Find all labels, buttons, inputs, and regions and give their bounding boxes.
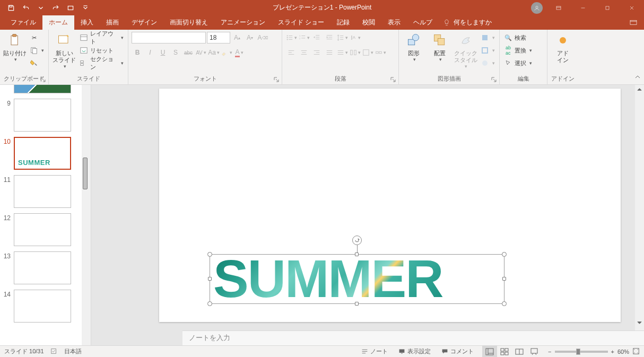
clipboard-launcher[interactable] (40, 77, 46, 83)
decrease-font-button[interactable]: A▾ (244, 32, 256, 43)
scroll-up[interactable] (635, 85, 644, 94)
zoom-slider-thumb[interactable] (576, 349, 580, 355)
font-size-input[interactable] (207, 32, 230, 43)
numbering-button[interactable]: 12▾ (298, 32, 310, 43)
reading-view-button[interactable] (512, 346, 527, 358)
thumb-row[interactable]: 11 (0, 173, 91, 211)
resize-handle-t[interactable] (355, 252, 359, 256)
thumb-row[interactable]: 14 (0, 288, 91, 326)
tab-animations[interactable]: アニメーション (214, 15, 272, 30)
slide-canvas-area[interactable]: SUMMER ノートを入力 (91, 85, 644, 345)
bullets-button[interactable]: ▾ (285, 32, 297, 43)
layout-button[interactable]: レイアウト▾ (79, 32, 125, 43)
language-indicator[interactable]: 日本語 (64, 347, 82, 355)
qat-dropdown[interactable] (79, 2, 92, 14)
align-left-button[interactable] (285, 47, 297, 58)
thumb-scroll-handle[interactable] (83, 158, 88, 189)
highlight-button[interactable]: ▾ (221, 47, 232, 58)
text-frame-selected[interactable]: SUMMER (210, 254, 504, 304)
tab-design[interactable]: デザイン (125, 15, 163, 30)
shape-effects-button[interactable]: ▾ (480, 57, 496, 69)
thumb-row[interactable]: 13 (0, 249, 91, 288)
slide-canvas[interactable]: SUMMER (159, 89, 621, 322)
paragraph-launcher[interactable] (390, 77, 396, 83)
resize-handle-br[interactable] (502, 301, 507, 306)
bold-button[interactable]: B (132, 47, 143, 58)
resize-handle-r[interactable] (502, 277, 506, 281)
collapse-ribbon-button[interactable] (634, 73, 641, 82)
thumb-scrollbar[interactable] (82, 85, 91, 345)
minimize-button[interactable] (571, 0, 595, 15)
slideshow-view-button[interactable] (527, 346, 542, 358)
align-text-button[interactable]: ▾ (362, 47, 373, 58)
resize-handle-l[interactable] (208, 277, 212, 281)
distributed-button[interactable]: ▾ (336, 47, 348, 58)
thumbnail-pane[interactable]: 91011121314 (0, 85, 91, 345)
tab-record[interactable]: 記録 (330, 15, 356, 30)
decrease-indent-button[interactable] (311, 32, 323, 43)
tab-draw[interactable]: 描画 (100, 15, 125, 30)
account-button[interactable] (527, 0, 546, 15)
resize-handle-b[interactable] (355, 302, 359, 306)
undo-dropdown[interactable] (34, 2, 48, 14)
slide-indicator[interactable]: スライド 10/31 (4, 347, 44, 355)
undo-button[interactable] (19, 2, 33, 14)
notes-pane[interactable]: ノートを入力 (182, 330, 644, 345)
replace-button[interactable]: abac置換▾ (503, 45, 533, 56)
underline-button[interactable]: U (157, 47, 169, 58)
share-button[interactable] (629, 15, 638, 30)
maximize-button[interactable] (595, 0, 620, 15)
sorter-view-button[interactable] (497, 346, 512, 358)
clear-formatting-button[interactable]: A⌫ (257, 32, 268, 43)
spellcheck-icon[interactable] (50, 347, 58, 356)
columns-button[interactable]: ▾ (349, 47, 361, 58)
italic-button[interactable]: I (144, 47, 156, 58)
tab-help[interactable]: ヘルプ (407, 15, 439, 30)
tab-transitions[interactable]: 画面切り替え (163, 15, 214, 30)
tell-me[interactable]: 何をしますか (443, 18, 492, 27)
increase-font-button[interactable]: A▴ (231, 32, 243, 43)
zoom-slider[interactable] (555, 351, 608, 353)
normal-view-button[interactable] (482, 346, 497, 358)
thumb-slide[interactable] (14, 99, 71, 132)
shadow-button[interactable]: S (170, 47, 181, 58)
line-spacing-button[interactable]: ▾ (336, 32, 348, 43)
change-case-button[interactable]: Aa▾ (208, 47, 220, 58)
cut-button[interactable]: ✂ (29, 32, 45, 43)
save-button[interactable] (4, 2, 18, 14)
format-painter-button[interactable] (29, 57, 45, 69)
tab-insert[interactable]: 挿入 (74, 15, 100, 30)
paste-button[interactable]: 貼り付け▾ (3, 31, 27, 63)
zoom-value[interactable]: 60% (617, 349, 629, 355)
drawing-launcher[interactable] (491, 77, 497, 83)
rotate-handle[interactable] (352, 236, 362, 245)
tab-slideshow[interactable]: スライド ショー (272, 15, 330, 30)
slide-text-summer[interactable]: SUMMER (210, 255, 504, 302)
zoom-out[interactable]: − (548, 349, 551, 355)
notes-toggle[interactable]: ノート (359, 346, 390, 358)
align-center-button[interactable] (298, 47, 310, 58)
close-button[interactable] (620, 0, 644, 15)
find-button[interactable]: 🔍検索 (503, 32, 533, 43)
strike-button[interactable]: abc (182, 47, 194, 58)
text-direction-button[interactable]: ‖A▾ (349, 32, 361, 43)
thumb-slide[interactable] (14, 213, 71, 246)
thumb-row[interactable] (0, 85, 91, 97)
scroll-down[interactable] (635, 318, 644, 327)
thumb-slide[interactable] (14, 85, 71, 93)
start-from-beginning-button[interactable] (64, 2, 77, 14)
justify-button[interactable] (324, 47, 335, 58)
comments-toggle[interactable]: コメント (439, 346, 476, 358)
ribbon-display-button[interactable] (546, 0, 571, 15)
section-button[interactable]: セクション▾ (79, 57, 125, 69)
resize-handle-tr[interactable] (502, 252, 507, 257)
reset-button[interactable]: リセット (79, 45, 125, 56)
select-button[interactable]: 選択▾ (503, 57, 533, 69)
zoom-in[interactable]: + (611, 349, 614, 355)
tab-view[interactable]: 表示 (381, 15, 407, 30)
shape-outline-button[interactable]: ▾ (480, 45, 496, 56)
tab-home[interactable]: ホーム (42, 15, 74, 30)
thumb-row[interactable]: 10 (0, 135, 91, 173)
smartart-button[interactable]: ▾ (375, 47, 386, 58)
thumb-slide[interactable] (14, 290, 71, 323)
